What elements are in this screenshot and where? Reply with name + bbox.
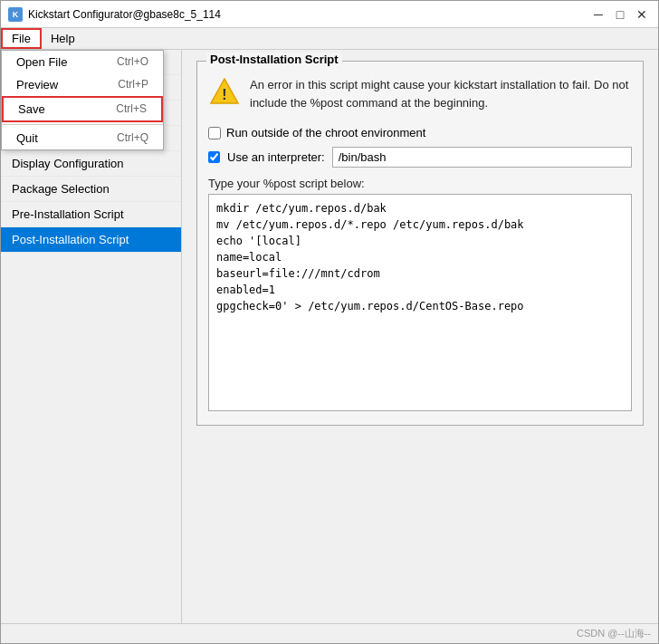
panel-title: Post-Installation Script	[206, 53, 342, 66]
chroot-row: Run outside of the chroot environment	[208, 126, 632, 139]
main-window: K Kickstart Configurator@gbase8c_5_114 ─…	[0, 0, 659, 644]
app-icon: K	[8, 7, 23, 22]
help-menu[interactable]: Help	[42, 28, 84, 49]
menu-separator	[2, 124, 163, 125]
bottom-bar: CSDN @--山海--	[1, 623, 658, 643]
menu-bar: File Help Open File Ctrl+O Preview Ctrl+…	[1, 28, 658, 50]
sidebar-item-display[interactable]: Display Configuration	[1, 151, 181, 177]
svg-text:!: !	[222, 87, 226, 102]
title-bar: K Kickstart Configurator@gbase8c_5_114 ─…	[1, 1, 658, 28]
interpreter-checkbox[interactable]	[208, 151, 220, 163]
close-button[interactable]: ✕	[633, 5, 651, 24]
script-textarea[interactable]	[208, 194, 632, 411]
chroot-checkbox[interactable]	[208, 127, 221, 139]
file-dropdown: Open File Ctrl+O Preview Ctrl+P Save Ctr…	[1, 50, 164, 150]
interpreter-row: Use an interpreter:	[208, 147, 632, 168]
watermark-text: CSDN @--山海--	[577, 627, 651, 640]
maximize-button[interactable]: □	[611, 5, 629, 24]
sidebar-item-packages[interactable]: Package Selection	[1, 177, 181, 202]
sidebar-item-prescript[interactable]: Pre-Installation Script	[1, 202, 181, 227]
interpreter-input[interactable]	[332, 147, 632, 168]
warning-box: ! An error in this script might cause yo…	[208, 72, 632, 115]
warning-text: An error in this script might cause your…	[250, 76, 632, 111]
save-menu-item[interactable]: Save Ctrl+S	[2, 96, 163, 122]
quit-menu-item[interactable]: Quit Ctrl+Q	[2, 127, 163, 149]
open-file-menu-item[interactable]: Open File Ctrl+O	[2, 51, 163, 73]
chroot-label: Run outside of the chroot environment	[226, 126, 425, 139]
file-menu[interactable]: File	[1, 28, 42, 49]
post-install-group: Post-Installation Script ! An error in t…	[196, 61, 644, 426]
warning-icon: !	[208, 76, 241, 109]
interpreter-label: Use an interpreter:	[227, 150, 325, 164]
minimize-button[interactable]: ─	[589, 5, 607, 24]
window-controls: ─ □ ✕	[589, 5, 651, 24]
content-panel: Post-Installation Script ! An error in t…	[182, 50, 658, 623]
sidebar-item-postscript[interactable]: Post-Installation Script	[1, 227, 181, 253]
window-title: Kickstart Configurator@gbase8c_5_114	[28, 8, 221, 21]
preview-menu-item[interactable]: Preview Ctrl+P	[2, 73, 163, 96]
script-label: Type your %post script below:	[208, 177, 632, 190]
title-bar-left: K Kickstart Configurator@gbase8c_5_114	[8, 7, 221, 22]
